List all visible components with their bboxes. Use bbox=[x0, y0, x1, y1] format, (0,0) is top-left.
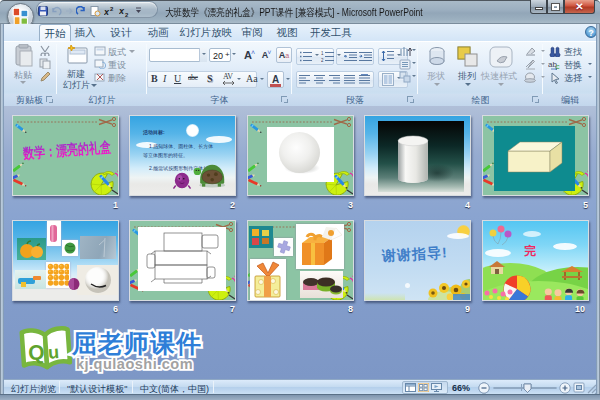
svg-text:Q: Q bbox=[27, 340, 45, 364]
svg-text:屈老师课件: 屈老师课件 bbox=[71, 329, 202, 357]
svg-text:c: c bbox=[556, 63, 560, 70]
svg-text:2: 2 bbox=[321, 58, 324, 62]
svg-text:u: u bbox=[48, 342, 60, 363]
svg-text:1: 1 bbox=[321, 51, 324, 56]
svg-text:2: 2 bbox=[110, 6, 114, 12]
svg-text:2: 2 bbox=[125, 12, 129, 17]
svg-text:kj.qulaoshi.com: kj.qulaoshi.com bbox=[76, 356, 193, 372]
